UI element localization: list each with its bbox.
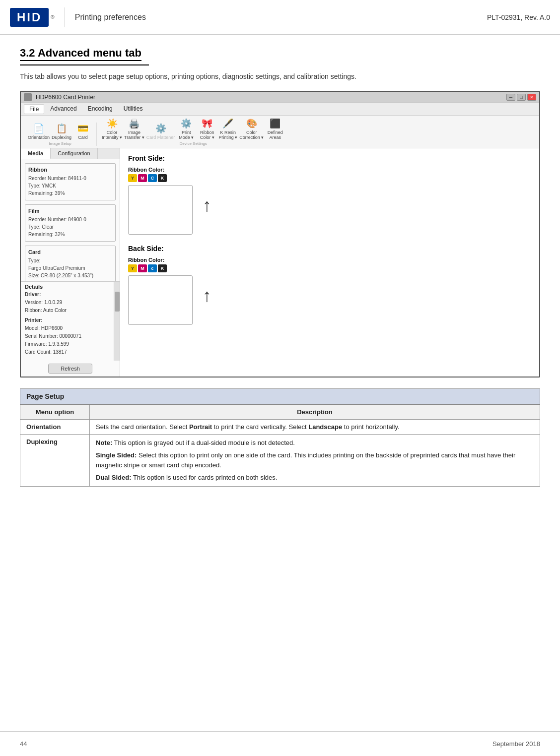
front-ribbon-label: Ribbon Color: Y M C K xyxy=(128,165,531,182)
toolbar-defined-areas[interactable]: ⬛ DefinedAreas xyxy=(266,118,284,140)
back-side-title: Back Side: xyxy=(128,245,531,252)
toolbar-icons-device: ☀️ ColorIntensity ▾ 🖨️ ImageTransfer ▾ ⚙… xyxy=(102,118,284,140)
card-flattener-icon: ⚙️ xyxy=(154,123,168,134)
hid-logo: HID xyxy=(10,8,49,27)
film-type: Type: Clear xyxy=(28,223,112,231)
app-right-panel: Front Side: Ribbon Color: Y M C K ↑ xyxy=(120,148,539,377)
film-remaining: Remaining: 32% xyxy=(28,231,112,238)
page-footer: 44 September 2018 xyxy=(0,731,560,756)
section-description: This tab allows you to select page setup… xyxy=(20,71,540,82)
table-header: Page Setup xyxy=(20,388,540,404)
card-section: Card Type:Fargo UltraCard Premium Size: … xyxy=(25,246,116,281)
details-scrollbar[interactable] xyxy=(114,282,120,361)
group-label-device: Device Settings xyxy=(179,141,207,146)
option-duplexing: Duplexing xyxy=(20,434,90,486)
orientation-label: Orientation xyxy=(28,135,50,140)
left-panel-content: Ribbon Reorder Number: 84911-0 Type: YMC… xyxy=(21,159,120,281)
refresh-button[interactable]: Refresh xyxy=(48,364,92,374)
table-row: Duplexing Note: This option is grayed ou… xyxy=(20,434,540,486)
toolbar-kresin[interactable]: 🖋️ K ResinPrinting ▾ xyxy=(218,118,237,140)
front-side-title: Front Side: xyxy=(128,154,531,162)
toolbar-image-transfer[interactable]: 🖨️ ImageTransfer ▾ xyxy=(124,118,144,140)
title-underline xyxy=(20,64,149,65)
back-ribbon-colors: Y M c K xyxy=(128,264,531,272)
page-setup-table: Page Setup Menu option Description Orien… xyxy=(20,388,540,487)
menu-encoding[interactable]: Encoding xyxy=(83,104,118,114)
defined-areas-label: DefinedAreas xyxy=(268,130,283,140)
toolbar-print-mode[interactable]: ⚙️ PrintMode ▾ xyxy=(177,118,196,140)
ribbon-remaining: Remaining: 39% xyxy=(28,189,112,197)
print-mode-icon: ⚙️ xyxy=(179,118,193,129)
header-title: Printing preferences xyxy=(75,13,487,22)
driver-key: Driver: xyxy=(25,292,41,297)
option-orientation: Orientation xyxy=(20,419,90,434)
app-menubar: File Advanced Encoding Utilities xyxy=(21,103,539,116)
col-header-menu: Menu option xyxy=(20,404,90,420)
print-mode-label: PrintMode ▾ xyxy=(179,130,194,140)
color-correction-icon: 🎨 xyxy=(245,118,259,129)
printer-serial: Serial Number: 00000071 xyxy=(25,333,81,339)
duplexing-dual: Dual Sided: This option is used for card… xyxy=(96,473,534,483)
front-side: Front Side: Ribbon Color: Y M C K ↑ xyxy=(128,154,531,235)
image-transfer-icon: 🖨️ xyxy=(127,118,141,129)
app-titlebar: HDP6600 Card Printer ─ □ ✕ xyxy=(21,92,539,103)
ribbon-reorder: Reorder Number: 84911-0 xyxy=(28,175,112,182)
scrollbar-thumb[interactable] xyxy=(115,292,120,312)
ribbon-chip-m: M xyxy=(138,174,147,182)
details-content: Driver: Version: 1.0.0.29 Ribbon: Auto C… xyxy=(21,291,120,356)
table-row: Orientation Sets the card orientation. S… xyxy=(20,419,540,434)
ribbon-chip-k: K xyxy=(158,174,167,182)
duplexing-single: Single Sided: Select this option to prin… xyxy=(96,450,534,470)
toolbar-color-intensity[interactable]: ☀️ ColorIntensity ▾ xyxy=(102,118,122,140)
close-button[interactable]: ✕ xyxy=(527,94,536,101)
main-content: 3.2 Advanced menu tab This tab allows yo… xyxy=(0,35,560,499)
back-ribbon-chip-k: K xyxy=(158,264,167,272)
ribbon-chip-c: C xyxy=(148,174,157,182)
back-ribbon-chip-c: c xyxy=(148,264,157,272)
toolbar-group-device: ☀️ ColorIntensity ▾ 🖨️ ImageTransfer ▾ ⚙… xyxy=(98,118,288,146)
group-label-setup: Image Setup xyxy=(49,141,71,146)
toolbar-card[interactable]: 💳 Card xyxy=(73,123,92,140)
restore-button[interactable]: □ xyxy=(517,94,526,101)
printer-info: Printer: Model: HDP6600 Serial Number: 0… xyxy=(25,316,116,356)
back-ribbon-label-wrap: Ribbon Color: Y M c K xyxy=(128,255,531,272)
header-divider xyxy=(65,7,65,27)
tab-configuration[interactable]: Configuration xyxy=(51,148,97,159)
app-left-panel: Media Configuration Ribbon Reorder Numbe… xyxy=(21,148,120,377)
card-section-title: Card xyxy=(28,249,112,255)
back-side: Back Side: Ribbon Color: Y M c K ↑ xyxy=(128,245,531,325)
ribbon-section-title: Ribbon xyxy=(28,167,112,173)
menu-file[interactable]: File xyxy=(24,104,44,114)
toolbar-ribbon-color[interactable]: 🎀 RibbonColor ▾ xyxy=(198,118,216,140)
card-count: Card Count: 13817 xyxy=(25,349,67,355)
duplexing-icon: 📋 xyxy=(55,123,69,134)
app-window: HDP6600 Card Printer ─ □ ✕ File Advanced… xyxy=(20,91,540,378)
duplexing-label: Duplexing xyxy=(52,135,71,140)
front-card-preview xyxy=(128,185,193,235)
duplexing-note: Note: This option is grayed out if a dua… xyxy=(96,438,534,448)
toolbar-group-image-setup: 📄 Orientation 📋 Duplexing 💳 Card Image S… xyxy=(24,123,97,146)
film-section: Film Reorder Number: 84900-0 Type: Clear… xyxy=(25,204,116,242)
ribbon-color-label: RibbonColor ▾ xyxy=(200,130,214,140)
film-reorder: Reorder Number: 84900-0 xyxy=(28,216,112,223)
col-header-desc: Description xyxy=(90,404,540,420)
header-doc-ref: PLT-02931, Rev. A.0 xyxy=(487,13,550,21)
toolbar-color-correction[interactable]: 🎨 ColorCorrection ▾ xyxy=(239,118,264,140)
titlebar-buttons: ─ □ ✕ xyxy=(506,94,536,101)
menu-utilities[interactable]: Utilities xyxy=(119,104,148,114)
toolbar-duplexing[interactable]: 📋 Duplexing xyxy=(52,123,71,140)
card-type-value: Fargo UltraCard Premium xyxy=(28,265,85,271)
ribbon-section: Ribbon Reorder Number: 84911-0 Type: YMC… xyxy=(25,163,116,200)
minimize-button[interactable]: ─ xyxy=(506,94,515,101)
app-toolbar: 📄 Orientation 📋 Duplexing 💳 Card Image S… xyxy=(21,116,539,148)
hid-logo-area: HID ® xyxy=(10,8,55,27)
back-ribbon-chip-m: M xyxy=(138,264,147,272)
printer-firmware: Firmware: 1.9.3.599 xyxy=(25,341,69,347)
footer-page-number: 44 xyxy=(20,740,27,748)
menu-advanced[interactable]: Advanced xyxy=(45,104,81,114)
tab-media[interactable]: Media xyxy=(21,148,51,159)
toolbar-icons-setup: 📄 Orientation 📋 Duplexing 💳 Card xyxy=(28,123,92,140)
col-header-row: Menu option Description xyxy=(20,404,540,420)
toolbar-orientation[interactable]: 📄 Orientation xyxy=(28,123,50,140)
kresin-label: K ResinPrinting ▾ xyxy=(218,130,237,140)
